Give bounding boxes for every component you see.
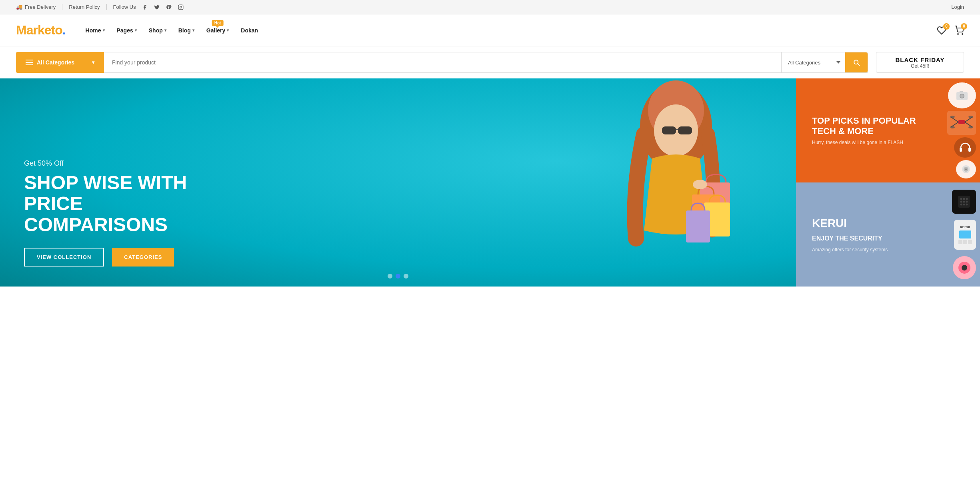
- top-bar: 🚚 Free Delivery Return Policy Follow Us …: [0, 0, 980, 14]
- security-title-line1: KERUI: [812, 217, 847, 229]
- nav-dokan[interactable]: Dokan: [241, 27, 258, 34]
- search-section: All Categories ▾ All Categories BLACK FR…: [0, 46, 980, 78]
- wishlist-count: 0: [943, 23, 950, 30]
- tech-banner[interactable]: TOP PICKS IN POPULAR TECH & MORE Hurry, …: [796, 78, 980, 182]
- delivery-item: 🚚 Free Delivery: [16, 4, 62, 10]
- security-banner-title: KERUI ENJOY THE SECURITY: [812, 216, 964, 243]
- security-banner[interactable]: KERUI ENJOY THE SECURITY Amazing offers …: [796, 182, 980, 287]
- all-categories-button[interactable]: All Categories ▾: [16, 52, 104, 73]
- view-collection-button[interactable]: VIEW COLLECTION: [24, 248, 104, 267]
- follow-us-section: Follow Us: [107, 4, 192, 10]
- nav-shop-chevron: ▾: [164, 28, 166, 32]
- camera-icon: [955, 88, 969, 102]
- smart-device-item: [956, 160, 976, 178]
- categories-chevron-icon: ▾: [92, 60, 94, 65]
- hero-dot-2[interactable]: [396, 274, 400, 279]
- menu-icon: [26, 60, 33, 65]
- hero-side-banners: TOP PICKS IN POPULAR TECH & MORE Hurry, …: [796, 78, 980, 287]
- wishlist-button[interactable]: 0: [937, 26, 946, 35]
- hero-section: Get 50% Off SHOP WISE WITH PRICE COMPARI…: [0, 78, 980, 287]
- security-panel: [952, 190, 976, 214]
- svg-point-37: [960, 200, 962, 202]
- hero-discount-text: Get 50% Off: [24, 159, 772, 168]
- search-button[interactable]: [845, 52, 868, 72]
- nav-blog-chevron: ▾: [192, 28, 194, 32]
- svg-point-42: [966, 203, 968, 205]
- dome-lens: [958, 262, 970, 274]
- twitter-icon[interactable]: [154, 4, 160, 10]
- all-categories-label: All Categories: [37, 59, 74, 66]
- logo-text: Marketo: [16, 23, 62, 37]
- hero-dot-1[interactable]: [388, 274, 392, 279]
- black-friday-banner[interactable]: BLACK FRIDAY Get 45ff!: [876, 52, 964, 73]
- header-icons: 0 0: [937, 26, 964, 35]
- logo[interactable]: Marketo.: [16, 23, 66, 38]
- bf-sub: Get 45ff!: [911, 63, 929, 69]
- svg-point-32: [965, 168, 967, 170]
- categories-button[interactable]: CATEGORIES: [112, 248, 174, 267]
- nav-shop-label: Shop: [149, 27, 163, 34]
- nav-pages-chevron: ▾: [135, 28, 137, 32]
- svg-point-34: [960, 198, 962, 200]
- svg-point-40: [960, 203, 962, 205]
- svg-rect-29: [968, 148, 971, 152]
- search-input[interactable]: [104, 52, 781, 72]
- dome-camera: [953, 256, 976, 279]
- nav-pages[interactable]: Pages ▾: [117, 27, 137, 34]
- tech-title-line1: TOP PICKS IN POPULAR: [812, 116, 916, 126]
- smart-device-icon: [960, 164, 972, 175]
- svg-point-36: [966, 198, 968, 200]
- instagram-icon[interactable]: [178, 4, 184, 10]
- svg-rect-7: [662, 126, 676, 134]
- logo-dot: .: [62, 23, 66, 37]
- tech-title-line2: TECH & MORE: [812, 126, 874, 136]
- svg-point-27: [968, 126, 973, 128]
- pinterest-icon[interactable]: [166, 4, 172, 10]
- nav-home-label: Home: [86, 27, 101, 34]
- svg-point-23: [968, 116, 973, 118]
- header: Marketo. Home ▾ Pages ▾ Shop ▾ Blog ▾ Ho…: [0, 14, 980, 46]
- nav-home-chevron: ▾: [103, 28, 105, 32]
- nav-shop[interactable]: Shop ▾: [149, 27, 166, 34]
- svg-rect-8: [678, 126, 692, 134]
- category-select[interactable]: All Categories: [781, 52, 845, 72]
- search-icon: [852, 58, 860, 66]
- nav-blog[interactable]: Blog ▾: [178, 27, 194, 34]
- facebook-icon[interactable]: [142, 4, 148, 10]
- tech-banner-title: TOP PICKS IN POPULAR TECH & MORE: [812, 116, 964, 137]
- nav-gallery-chevron: ▾: [227, 28, 229, 32]
- security-banner-text: KERUI ENJOY THE SECURITY Amazing offers …: [812, 216, 964, 252]
- security-banner-subtitle: Amazing offers for security systems: [812, 247, 964, 253]
- cart-button[interactable]: 0: [954, 26, 964, 35]
- main-nav: Home ▾ Pages ▾ Shop ▾ Blog ▾ Hot Gallery…: [86, 27, 937, 34]
- cart-count: 0: [961, 23, 967, 30]
- svg-point-41: [963, 203, 965, 205]
- svg-rect-28: [960, 148, 962, 152]
- hero-title: SHOP WISE WITH PRICE COMPARISONS: [24, 172, 216, 236]
- top-bar-left: 🚚 Free Delivery Return Policy Follow Us: [16, 4, 192, 10]
- nav-gallery[interactable]: Hot Gallery ▾: [206, 27, 229, 34]
- nav-gallery-label: Gallery: [206, 27, 225, 34]
- svg-rect-0: [178, 5, 183, 10]
- delivery-label: Free Delivery: [25, 4, 56, 10]
- hero-content: Get 50% Off SHOP WISE WITH PRICE COMPARI…: [24, 159, 772, 267]
- hero-title-line1: SHOP WISE WITH PRICE: [24, 172, 187, 214]
- follow-label: Follow Us: [113, 4, 136, 10]
- login-link[interactable]: Login: [951, 4, 964, 10]
- keypad-icon: [957, 195, 971, 208]
- return-label: Return Policy: [69, 4, 100, 10]
- hot-badge: Hot: [212, 20, 224, 26]
- nav-pages-label: Pages: [117, 27, 133, 34]
- nav-home[interactable]: Home ▾: [86, 27, 105, 34]
- hero-main-banner: Get 50% Off SHOP WISE WITH PRICE COMPARI…: [0, 78, 796, 287]
- svg-point-2: [958, 34, 958, 34]
- security-title-line2: ENJOY THE SECURITY: [812, 235, 882, 242]
- camera-lens: [962, 265, 967, 271]
- hero-title-line2: COMPARISONS: [24, 214, 168, 235]
- hero-dot-3[interactable]: [404, 274, 408, 279]
- svg-point-39: [966, 200, 968, 202]
- tech-banner-subtitle: Hurry, these deals will be gone in a FLA…: [812, 140, 964, 145]
- tech-banner-text: TOP PICKS IN POPULAR TECH & MORE Hurry, …: [812, 116, 964, 146]
- nav-blog-label: Blog: [178, 27, 191, 34]
- camera-item: [948, 82, 976, 108]
